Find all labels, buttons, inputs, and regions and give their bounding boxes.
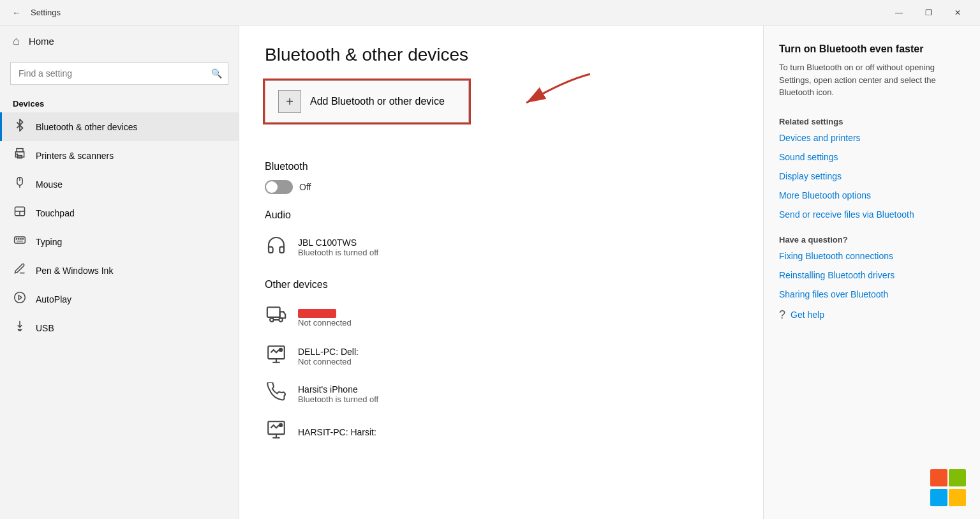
sidebar-section-label: Devices xyxy=(0,93,239,112)
mouse-icon xyxy=(13,176,27,192)
harsit-pc-icon xyxy=(265,419,288,445)
home-label: Home xyxy=(29,36,54,47)
title-bar: ← Settings — ❐ ✕ xyxy=(0,0,980,26)
sidebar-touchpad-label: Touchpad xyxy=(36,208,75,218)
toggle-knob xyxy=(266,181,278,193)
win-sq-1 xyxy=(930,469,947,486)
sidebar-mouse-label: Mouse xyxy=(36,179,63,190)
win-sq-3 xyxy=(930,489,947,506)
usb-icon xyxy=(13,320,27,336)
link-fixing-bluetooth[interactable]: Fixing Bluetooth connections xyxy=(779,251,965,261)
search-icon: 🔍 xyxy=(211,68,222,79)
svg-point-19 xyxy=(270,318,274,322)
sidebar-usb-label: USB xyxy=(36,323,54,333)
home-icon: ⌂ xyxy=(13,34,20,48)
sidebar-printers-label: Printers & scanners xyxy=(36,151,114,161)
page-title: Bluetooth & other devices xyxy=(265,45,738,65)
jbl-status: Bluetooth is turned off xyxy=(298,248,378,257)
dell-info: DELL-PC: Dell: Not connected xyxy=(298,347,359,366)
link-display-settings[interactable]: Display settings xyxy=(779,171,965,181)
harsit-pc-name: HARSIT-PC: Harsit: xyxy=(298,427,376,437)
svg-point-2 xyxy=(17,154,18,155)
device-dell[interactable]: DELL-PC: Dell: Not connected xyxy=(265,337,738,376)
link-devices-printers[interactable]: Devices and printers xyxy=(779,133,965,143)
audio-section: Audio JBL C100TWS Bluetooth is turned of… xyxy=(265,209,738,266)
svg-rect-18 xyxy=(267,307,280,317)
device-redacted[interactable]: Not connected xyxy=(265,298,738,337)
link-reinstalling-drivers[interactable]: Reinstalling Bluetooth drivers xyxy=(779,270,965,280)
pen-icon xyxy=(13,262,27,278)
iphone-info: Harsit's iPhone Bluetooth is turned off xyxy=(298,384,378,404)
win-sq-4 xyxy=(949,489,966,506)
redacted-status: Not connected xyxy=(298,318,352,327)
headphones-icon xyxy=(265,235,288,260)
add-device-label: Add Bluetooth or other device xyxy=(310,96,445,107)
device-iphone[interactable]: Harsit's iPhone Bluetooth is turned off xyxy=(265,376,738,412)
related-settings-label: Related settings xyxy=(779,117,965,126)
back-button[interactable]: ← xyxy=(8,4,26,22)
window-controls: — ❐ ✕ xyxy=(884,3,972,23)
windows-watermark xyxy=(930,469,969,508)
harsit-pc-info: HARSIT-PC: Harsit: xyxy=(298,427,376,437)
svg-point-16 xyxy=(15,292,26,303)
device-jbl[interactable]: JBL C100TWS Bluetooth is turned off xyxy=(265,229,738,266)
bluetooth-toggle[interactable] xyxy=(265,180,293,194)
sidebar-item-mouse[interactable]: Mouse xyxy=(0,170,239,199)
have-question-label: Have a question? xyxy=(779,235,965,244)
bluetooth-icon xyxy=(13,119,27,135)
sidebar: ⌂ Home 🔍 Devices Bluetooth & other devic… xyxy=(0,26,239,519)
phone-icon xyxy=(265,382,288,406)
svg-point-12 xyxy=(19,239,19,239)
right-panel: Turn on Bluetooth even faster To turn Bl… xyxy=(763,26,980,519)
tip-desc: To turn Bluetooth on or off without open… xyxy=(779,61,965,99)
svg-rect-9 xyxy=(15,237,26,243)
link-get-help[interactable]: Get help xyxy=(791,310,824,320)
app-title: Settings xyxy=(31,8,884,17)
bluetooth-toggle-row: Off xyxy=(265,180,738,194)
svg-point-20 xyxy=(279,318,283,322)
touchpad-icon xyxy=(13,205,27,221)
get-help-icon: ? xyxy=(779,308,785,322)
jbl-info: JBL C100TWS Bluetooth is turned off xyxy=(298,237,378,257)
link-send-receive-files[interactable]: Send or receive files via Bluetooth xyxy=(779,209,965,220)
add-device-button[interactable]: + Add Bluetooth or other device xyxy=(265,80,469,123)
sidebar-home[interactable]: ⌂ Home xyxy=(0,26,239,57)
redacted-info: Not connected xyxy=(298,308,352,327)
sidebar-item-touchpad[interactable]: Touchpad xyxy=(0,199,239,227)
svg-point-13 xyxy=(20,239,21,239)
minimize-button[interactable]: — xyxy=(884,3,914,23)
sidebar-item-printers[interactable]: Printers & scanners xyxy=(0,141,239,170)
tip-title: Turn on Bluetooth even faster xyxy=(779,43,965,55)
iphone-name: Harsit's iPhone xyxy=(298,384,378,395)
printer-icon xyxy=(13,147,27,163)
link-sharing-files[interactable]: Sharing files over Bluetooth xyxy=(779,289,965,299)
main-content: Bluetooth & other devices + Add Bluetoot… xyxy=(239,26,763,519)
add-icon: + xyxy=(278,90,301,113)
iphone-status: Bluetooth is turned off xyxy=(298,395,378,404)
sidebar-item-bluetooth[interactable]: Bluetooth & other devices xyxy=(0,112,239,141)
link-more-bluetooth[interactable]: More Bluetooth options xyxy=(779,190,965,200)
app-body: ⌂ Home 🔍 Devices Bluetooth & other devic… xyxy=(0,26,980,519)
link-sound-settings[interactable]: Sound settings xyxy=(779,152,965,162)
maximize-button[interactable]: ❐ xyxy=(914,3,943,23)
search-input[interactable] xyxy=(10,62,228,85)
bluetooth-section-header: Bluetooth xyxy=(265,161,738,172)
device-harsit-pc[interactable]: HARSIT-PC: Harsit: xyxy=(265,412,738,451)
close-button[interactable]: ✕ xyxy=(943,3,972,23)
redacted-name xyxy=(298,308,352,318)
dell-name: DELL-PC: Dell: xyxy=(298,347,359,357)
redacted-bar xyxy=(298,309,336,318)
svg-point-14 xyxy=(22,239,23,239)
sidebar-item-typing[interactable]: Typing xyxy=(0,227,239,256)
svg-point-11 xyxy=(16,239,17,239)
win-sq-2 xyxy=(949,469,966,486)
keyboard-icon xyxy=(13,234,27,250)
sidebar-item-pen[interactable]: Pen & Windows Ink xyxy=(0,256,239,285)
search-container: 🔍 xyxy=(10,62,228,85)
jbl-name: JBL C100TWS xyxy=(298,237,378,248)
svg-point-25 xyxy=(279,424,282,426)
sidebar-pen-label: Pen & Windows Ink xyxy=(36,266,113,276)
bluetooth-section: Bluetooth Off xyxy=(265,161,738,194)
sidebar-item-autoplay[interactable]: AutoPlay xyxy=(0,285,239,313)
sidebar-item-usb[interactable]: USB xyxy=(0,313,239,342)
